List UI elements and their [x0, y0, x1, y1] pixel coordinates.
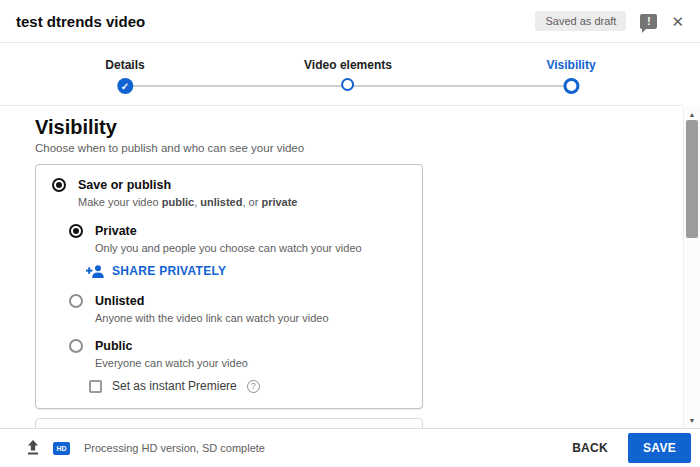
tab-video-elements[interactable]: Video elements [304, 58, 392, 91]
page-subtitle: Choose when to publish and who can see y… [35, 142, 683, 155]
instant-premiere-option[interactable]: Set as instant Premiere ? [89, 379, 406, 393]
upload-icon [26, 440, 40, 456]
upload-stepper: Details ✓ Video elements Visibility [0, 43, 700, 105]
tab-visibility[interactable]: Visibility [546, 58, 595, 94]
check-icon: ✓ [117, 78, 133, 94]
scroll-down-arrow-icon[interactable]: ▼ [684, 414, 700, 426]
checkbox-icon[interactable] [89, 380, 102, 393]
desc-bold-public: public [162, 196, 194, 208]
video-title: test dtrends video [16, 13, 145, 30]
radio-icon-selected[interactable] [69, 224, 83, 238]
unlisted-desc: Anyone with the video link can watch you… [95, 312, 406, 325]
save-button[interactable]: SAVE [628, 433, 691, 463]
step-label-details: Details [105, 58, 144, 72]
public-label: Public [95, 339, 133, 353]
save-or-publish-card: Save or publish Make your video public, … [35, 164, 423, 409]
step-label-video-elements: Video elements [304, 58, 392, 72]
radio-unlisted[interactable]: Unlisted [69, 294, 406, 308]
close-icon[interactable]: ✕ [671, 14, 684, 29]
desc-text: , or [242, 196, 261, 208]
save-or-publish-desc: Make your video public, unlisted, or pri… [78, 196, 406, 209]
back-button[interactable]: BACK [572, 441, 608, 455]
processing-status: Processing HD version, SD complete [84, 442, 265, 454]
hd-badge-icon: HD [53, 442, 70, 455]
radio-public[interactable]: Public [69, 339, 406, 353]
share-privately-button[interactable]: SHARE PRIVATELY [86, 264, 406, 278]
dialog-footer: HD Processing HD version, SD complete BA… [0, 428, 700, 467]
desc-bold-unlisted: unlisted [200, 196, 242, 208]
schedule-card-clipped [35, 418, 423, 428]
private-option-block: Private Only you and people you choose c… [69, 224, 406, 278]
header-actions: Saved as draft ! ✕ [535, 11, 684, 31]
feedback-icon[interactable]: ! [640, 14, 657, 29]
desc-text: Make your video [78, 196, 162, 208]
scrollbar-thumb[interactable] [686, 120, 698, 238]
radio-icon-selected[interactable] [52, 178, 66, 192]
instant-premiere-label: Set as instant Premiere [112, 379, 237, 393]
unlisted-label: Unlisted [95, 294, 144, 308]
public-desc: Everyone can watch your video [95, 357, 406, 370]
step-label-visibility: Visibility [546, 58, 595, 72]
help-icon[interactable]: ? [247, 380, 260, 393]
unlisted-option-block: Unlisted Anyone with the video link can … [69, 294, 406, 325]
page-title: Visibility [35, 115, 683, 139]
content-scrollbar[interactable]: ▲ ▼ [683, 106, 700, 428]
radio-icon[interactable] [69, 294, 83, 308]
desc-bold-private: private [261, 196, 297, 208]
footer-actions: BACK SAVE [572, 433, 691, 463]
visibility-panel: Visibility Choose when to publish and wh… [0, 105, 683, 428]
save-or-publish-label: Save or publish [78, 178, 171, 192]
radio-private[interactable]: Private [69, 224, 406, 238]
tab-details[interactable]: Details ✓ [105, 58, 144, 94]
private-label: Private [95, 224, 137, 238]
radio-save-or-publish[interactable]: Save or publish [52, 178, 406, 192]
scroll-up-arrow-icon[interactable]: ▲ [684, 108, 700, 120]
dialog-header: test dtrends video Saved as draft ! ✕ [0, 0, 700, 43]
step-circle-active-icon [563, 78, 579, 94]
person-add-icon [86, 265, 104, 278]
saved-as-draft-badge: Saved as draft [535, 11, 626, 31]
private-desc: Only you and people you choose can watch… [95, 242, 406, 255]
public-option-block: Public Everyone can watch your video Set… [69, 339, 406, 393]
radio-icon[interactable] [69, 339, 83, 353]
step-circle-icon [341, 78, 354, 91]
share-privately-label: SHARE PRIVATELY [112, 264, 226, 278]
